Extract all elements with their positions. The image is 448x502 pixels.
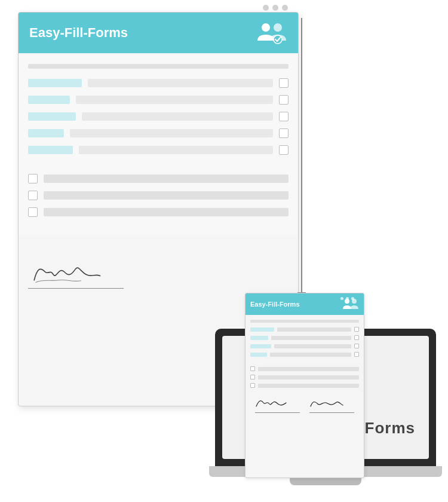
form-input-3 [82,112,273,121]
form-row-1 [28,78,289,88]
svg-point-1 [274,23,282,32]
small-checkbox-7[interactable] [250,383,255,388]
form-label-1 [28,79,82,87]
form-row-5 [28,145,289,155]
small-form-title: Easy-Fill-Forms [250,301,300,308]
small-sig-area [250,395,359,413]
form-row-3 [28,112,289,121]
window-dots-small [340,297,354,300]
form-row-2 [28,95,289,105]
users-icon-small [342,298,359,310]
small-checkbox-6[interactable] [250,375,255,379]
users-check-icon [256,22,287,44]
form-input-5 [79,146,273,154]
small-form: Easy-Fill-Forms [245,293,364,478]
small-input-2 [271,336,351,340]
signature-line [28,259,124,289]
small-sig-2 [309,395,354,413]
small-checkbox-3[interactable] [354,344,359,348]
small-form-row-7 [250,383,359,388]
form-checkbox-1[interactable] [279,78,289,88]
window-dots-large [263,5,288,11]
small-form-row-1 [250,327,359,332]
small-form-row-6 [250,375,359,379]
form-input-4 [70,129,273,137]
small-form-row-4 [250,352,359,357]
small-label-3 [250,344,271,348]
window-dot-small-3 [351,297,354,300]
form-row-7 [28,191,289,200]
window-dot-3 [282,5,288,11]
form-input-1 [88,79,273,87]
form-label-3 [28,112,76,121]
form-label-5 [28,146,73,154]
form-row-4 [28,128,289,138]
window-dot-2 [272,5,278,11]
window-dot-small-2 [346,297,349,300]
small-sig-1 [255,395,300,413]
signature-area [19,253,298,295]
large-form-title: Easy-Fill-Forms [29,25,128,41]
form-checkbox-5[interactable] [279,145,289,155]
form-checkbox-4[interactable] [279,128,289,138]
form-checkbox-7[interactable] [28,191,38,200]
svg-point-0 [262,23,270,32]
small-label-1 [250,327,274,332]
form-checkbox-6[interactable] [28,174,38,183]
small-sig-svg-1 [255,393,291,411]
small-checkbox-4[interactable] [354,352,359,357]
connector-lines [293,18,370,317]
small-form-body [246,315,364,418]
laptop-stand [290,477,361,485]
form-label-2 [28,96,70,104]
small-sig-svg-2 [309,393,345,411]
form-checkbox-8[interactable] [28,207,38,217]
small-checkbox-1[interactable] [354,327,359,332]
small-form-row-2 [250,335,359,340]
scene: Easy-Fill-Forms [0,0,448,502]
small-label-2 [250,336,268,340]
form-checkbox-2[interactable] [279,95,289,105]
small-form-row-3 [250,344,359,348]
small-input-1 [277,327,351,332]
small-form-divider [250,320,359,323]
small-checkbox-5[interactable] [250,366,255,371]
large-form-body [19,53,298,235]
form-checkbox-3[interactable] [279,112,289,121]
small-label-4 [250,353,267,357]
form-label-4 [28,129,64,137]
form-input-2 [76,96,273,104]
large-form-header: Easy-Fill-Forms [19,13,298,53]
small-form-row-5 [250,366,359,371]
signature-svg [28,258,112,286]
form-row-6 [28,174,289,183]
small-input-3 [274,344,351,348]
form-row-8 [28,207,289,217]
form-divider [28,64,289,69]
small-checkbox-2[interactable] [354,335,359,340]
window-dot-1 [263,5,269,11]
window-dot-small-1 [340,297,343,300]
small-input-4 [270,353,351,357]
